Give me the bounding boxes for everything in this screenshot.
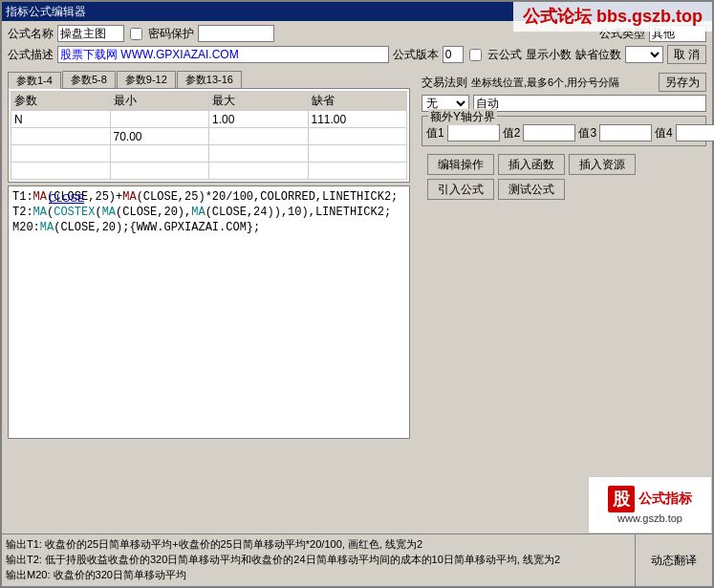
cloud-label: 云公式 <box>487 47 522 63</box>
val2-input[interactable] <box>523 124 575 142</box>
val4-label: 值4 <box>655 125 673 142</box>
window-title: 指标公式编辑器 <box>6 4 86 20</box>
show-small-label: 显示小数 <box>526 47 572 63</box>
password-checkbox[interactable] <box>130 28 142 40</box>
logo-url: www.gszb.top <box>617 512 682 524</box>
formula-name-input[interactable] <box>57 25 124 42</box>
formula-desc-label: 公式描述 <box>8 47 54 63</box>
code-line-3: M20:MA(CLOSE,20);{WWW.GPXIAZAI.COM}; <box>12 220 405 235</box>
tab-params-13-16[interactable]: 参数13-16 <box>177 71 242 88</box>
insert-func-button[interactable]: 插入函数 <box>498 154 565 175</box>
formula-desc-display: 股票下载网 WWW.GPXIAZAI.COM <box>57 46 389 63</box>
close-link[interactable]: CLOSE <box>49 192 84 204</box>
dynamic-translate: 动态翻译 <box>636 534 712 586</box>
status-line-1: 输出T1: 收盘价的25日简单移动平均+收盘价的25日简单移动平均*20/100… <box>6 536 631 552</box>
formula-name-label: 公式名称 <box>8 26 54 42</box>
tab-params-1-4[interactable]: 参数1-4 <box>8 72 61 89</box>
action-buttons-row: 编辑操作 插入函数 插入资源 引入公式 测试公式 <box>422 150 706 204</box>
watermark-text: 公式论坛 bbs.gszb.top <box>523 6 703 28</box>
param-1-min[interactable] <box>114 113 206 126</box>
tab-params-9-12[interactable]: 参数9-12 <box>117 71 176 88</box>
table-row <box>11 145 407 163</box>
param-3-max[interactable] <box>212 147 305 161</box>
password-label: 密码保护 <box>148 26 194 42</box>
cell-max-1 <box>209 111 309 128</box>
right-panel: 交易法则 坐标线位置,最多6个,用分号分隔 另存为 无 额外Y轴分界 值1 值2 <box>416 69 712 442</box>
val1-label: 值1 <box>426 125 444 142</box>
param-4-def[interactable] <box>312 164 404 178</box>
desc-text1: 股票下载网 <box>60 47 118 63</box>
import-formula-button[interactable]: 引入公式 <box>427 179 494 200</box>
insert-resource-button[interactable]: 插入资源 <box>569 154 636 175</box>
dynamic-translate-label: 动态翻译 <box>651 553 697 569</box>
extra-y-section: 额外Y轴分界 值1 值2 值3 值4 <box>422 116 706 146</box>
test-formula-button[interactable]: 测试公式 <box>498 179 565 200</box>
param-1-max[interactable] <box>212 113 305 126</box>
extra-y-inputs: 值1 值2 值3 值4 <box>426 124 702 142</box>
param-1-name[interactable] <box>14 113 107 126</box>
param-2-min[interactable] <box>114 130 206 143</box>
logo-icon: 股 <box>608 486 635 512</box>
cancel-button[interactable]: 取 消 <box>667 45 706 64</box>
coord-input[interactable] <box>473 95 706 112</box>
val3-input[interactable] <box>599 124 652 142</box>
col-min: 最小 <box>110 92 209 111</box>
val4-input[interactable] <box>676 124 714 142</box>
param-4-name[interactable] <box>14 164 107 178</box>
col-param: 参数 <box>11 92 111 111</box>
status-text-area: 输出T1: 收盘价的25日简单移动平均+收盘价的25日简单移动平均*20/100… <box>2 534 636 586</box>
tab-params-5-8[interactable]: 参数5-8 <box>62 71 116 88</box>
formula-version-input[interactable] <box>443 46 464 63</box>
trade-rule-label: 交易法则 <box>422 75 467 91</box>
bottom-logo: 股 公式指标 www.gszb.top <box>588 476 712 534</box>
param-1-def[interactable] <box>312 113 404 126</box>
param-4-min[interactable] <box>114 164 206 178</box>
param-2-max[interactable] <box>212 130 305 143</box>
param-3-name[interactable] <box>14 147 107 161</box>
cell-min-1 <box>110 111 209 128</box>
params-tabs: 参数1-4 参数5-8 参数9-12 参数13-16 <box>2 69 416 88</box>
cell-default-1 <box>308 111 407 128</box>
row-formula-desc: 公式描述 股票下载网 WWW.GPXIAZAI.COM 公式版本 云公式 显示小… <box>8 45 706 64</box>
val3-label: 值3 <box>578 125 596 142</box>
status-line-2: 输出T2: 低于持股收益收盘价的320日简单移动平均和收盘价的24日简单移动平均… <box>6 552 631 567</box>
val2-label: 值2 <box>503 125 521 142</box>
table-row <box>11 163 407 180</box>
col-default: 缺省 <box>308 92 407 111</box>
left-panel: 参数1-4 参数5-8 参数9-12 参数13-16 参数 最小 最大 缺省 <box>2 69 416 442</box>
val1-input[interactable] <box>447 124 500 142</box>
desc-text2: WWW.GPXIAZAI.COM <box>120 48 238 61</box>
main-area: 参数1-4 参数5-8 参数9-12 参数13-16 参数 最小 最大 缺省 <box>2 69 712 442</box>
param-3-min[interactable] <box>114 147 206 161</box>
logo-row: 股 公式指标 <box>608 486 692 512</box>
cell-param-1 <box>11 111 111 128</box>
digits-select[interactable] <box>625 46 663 63</box>
params-area: 参数 最小 最大 缺省 <box>8 88 410 183</box>
status-line-3: 输出M20: 收盘价的320日简单移动平均 <box>6 567 631 582</box>
coord-label: 坐标线位置,最多6个,用分号分隔 <box>471 76 619 90</box>
edit-ops-button[interactable]: 编辑操作 <box>427 154 494 175</box>
table-row <box>11 128 407 145</box>
password-input[interactable] <box>198 25 274 42</box>
cloud-checkbox[interactable] <box>469 49 482 61</box>
formula-version-label: 公式版本 <box>393 47 439 63</box>
logo-text: 公式指标 <box>638 490 692 508</box>
extra-y-legend: 额外Y轴分界 <box>428 109 497 125</box>
code-line-2: T2:MA(COSTEX(MA(CLOSE,20),MA(CLOSE,24)),… <box>12 205 405 220</box>
param-2-name[interactable] <box>14 130 107 143</box>
default-digits-label: 缺省位数 <box>575 47 621 63</box>
col-max: 最大 <box>209 92 309 111</box>
param-3-def[interactable] <box>312 147 404 161</box>
status-bar: 输出T1: 收盘价的25日简单移动平均+收盘价的25日简单移动平均*20/100… <box>2 534 712 586</box>
main-window: 指标公式编辑器 公式论坛 bbs.gszb.top 公式名称 密码保护 公式类型… <box>0 0 714 588</box>
table-row <box>11 111 407 128</box>
param-2-def[interactable] <box>312 130 404 143</box>
watermark: 公式论坛 bbs.gszb.top <box>513 2 712 32</box>
param-4-max[interactable] <box>212 164 305 178</box>
save-as-button[interactable]: 另存为 <box>659 73 706 92</box>
code-editor[interactable]: T1:MA(CLOSE,25)+MA(CLOSE,25)*20/100,COLO… <box>8 185 410 439</box>
params-table: 参数 最小 最大 缺省 <box>11 91 407 180</box>
trade-rule-row: 交易法则 坐标线位置,最多6个,用分号分隔 另存为 <box>422 73 706 92</box>
